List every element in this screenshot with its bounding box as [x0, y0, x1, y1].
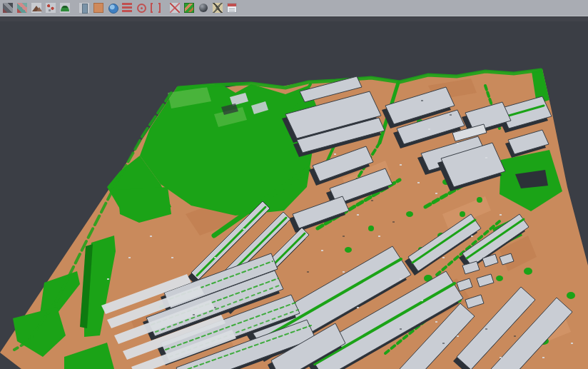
globe-button[interactable]: [106, 1, 119, 15]
orthophoto-button[interactable]: [183, 1, 196, 15]
application-window: { "window": { "width": 824, "height": 51…: [0, 0, 588, 369]
viewport-top-band: [0, 17, 588, 21]
profile-icon: [79, 3, 89, 13]
toolbar-separator: [72, 8, 77, 9]
clip-section-icon: [170, 3, 180, 13]
point-cloud-icon: [3, 3, 13, 13]
ground-area-button[interactable]: [92, 1, 105, 15]
toolbar-group-2: [77, 1, 163, 15]
measure-icon: [213, 3, 223, 13]
profile-button[interactable]: [78, 1, 91, 15]
clip-section-button[interactable]: [168, 1, 181, 15]
points-icon: [46, 3, 56, 13]
target-icon: [136, 3, 146, 13]
toolbar-separator: [163, 8, 168, 9]
layers-button[interactable]: [121, 1, 133, 15]
mesh-sphere-button[interactable]: [197, 1, 210, 15]
point-cloud-button[interactable]: [1, 1, 14, 15]
report-icon: [227, 3, 237, 13]
layers-icon: [122, 3, 132, 13]
selection-button[interactable]: [149, 1, 162, 15]
classification-icon: [17, 3, 27, 13]
terrain-button[interactable]: [30, 1, 43, 15]
classification-button[interactable]: [16, 1, 29, 15]
report-button[interactable]: [225, 1, 238, 15]
orthophoto-icon: [184, 3, 194, 13]
toolbar-group-1: [1, 1, 72, 15]
toolbar-group-3: [168, 1, 239, 15]
terrain-icon: [31, 3, 41, 13]
vegetation-icon: [60, 3, 70, 13]
measure-button[interactable]: [211, 1, 224, 15]
viewport-3d-scene[interactable]: [0, 0, 588, 369]
selection-icon: [151, 3, 161, 13]
points-button[interactable]: [44, 1, 57, 15]
globe-icon: [108, 3, 118, 13]
toolbar: [0, 0, 588, 16]
ground-area-icon: [93, 3, 103, 13]
vegetation-button[interactable]: [59, 1, 71, 15]
mesh-sphere-icon: [198, 3, 208, 13]
target-button[interactable]: [135, 1, 148, 15]
